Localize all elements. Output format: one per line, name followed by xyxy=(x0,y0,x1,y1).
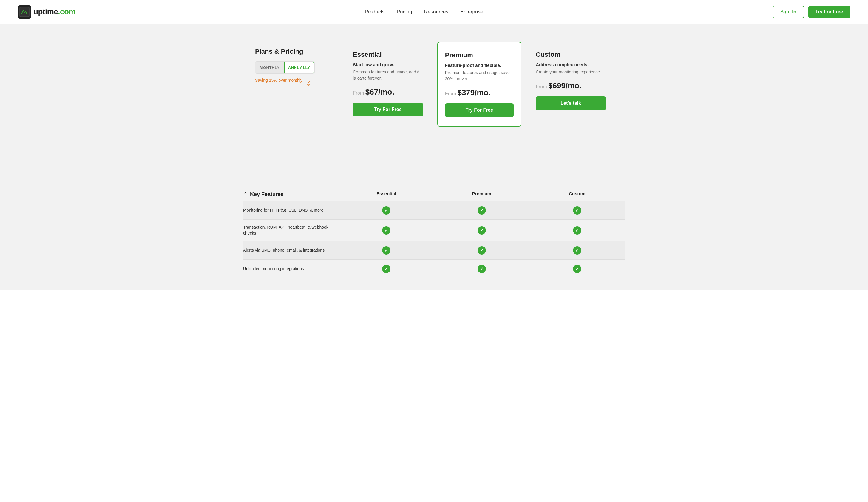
plan-tagline-essential: Start low and grow. xyxy=(353,62,423,67)
feature-premium-check: ✓ xyxy=(434,226,529,235)
nav-pricing[interactable]: Pricing xyxy=(397,9,412,15)
logo[interactable]: uptime.com xyxy=(18,6,75,19)
check-icon: ✓ xyxy=(573,246,581,255)
check-icon: ✓ xyxy=(573,265,581,273)
monthly-toggle[interactable]: MONTHLY xyxy=(255,62,284,73)
try-free-premium-button[interactable]: Try For Free xyxy=(445,103,514,117)
table-row: Transaction, RUM, API, heartbeat, & webh… xyxy=(243,220,625,241)
plan-price-essential: From $67/mo. xyxy=(353,88,423,97)
arrow-icon xyxy=(304,79,313,87)
features-section: ⌃ Key Features Essential Premium Custom … xyxy=(225,173,643,290)
billing-toggle: MONTHLY ANNUALLY xyxy=(255,61,315,74)
col-header-essential: Essential xyxy=(339,191,434,197)
feature-name: Monitoring for HTTP(S), SSL, DNS, & more xyxy=(243,207,339,213)
plan-price-premium: From $379/mo. xyxy=(445,88,514,97)
price-from-custom: From xyxy=(536,84,547,89)
saving-text: Saving 15% over monthly xyxy=(255,78,335,87)
feature-custom-check: ✓ xyxy=(529,264,625,273)
plans-panel: Plans & Pricing MONTHLY ANNUALLY Saving … xyxy=(255,42,339,93)
price-val2-premium: $379/mo. xyxy=(457,88,490,97)
features-header: ⌃ Key Features Essential Premium Custom xyxy=(243,185,625,201)
check-icon: ✓ xyxy=(477,226,486,235)
plan-price-custom: From $699/mo. xyxy=(536,81,606,90)
feature-name: Alerts via SMS, phone, email, & integrat… xyxy=(243,247,339,253)
plan-desc-essential: Common features and usage, add à la cart… xyxy=(353,69,423,81)
price-val2-custom: $699/mo. xyxy=(548,81,581,90)
try-free-essential-button[interactable]: Try For Free xyxy=(353,103,423,116)
check-icon: ✓ xyxy=(382,246,391,255)
plan-desc-custom: Create your monitoring experience. xyxy=(536,69,606,75)
nav-resources[interactable]: Resources xyxy=(424,9,448,15)
feature-custom-check: ✓ xyxy=(529,206,625,215)
plan-name-premium: Premium xyxy=(445,51,514,59)
chevron-up-icon: ⌃ xyxy=(243,191,248,197)
table-row: Alerts via SMS, phone, email, & integrat… xyxy=(243,241,625,260)
check-icon: ✓ xyxy=(382,265,391,273)
feature-essential-check: ✓ xyxy=(339,226,434,235)
col-header-custom: Custom xyxy=(529,191,625,197)
plan-card-premium: Premium Feature-proof and flexible. Prem… xyxy=(437,42,522,126)
nav-enterprise[interactable]: Enterprise xyxy=(460,9,483,15)
check-icon: ✓ xyxy=(573,206,581,215)
check-icon: ✓ xyxy=(382,226,391,235)
price-from-premium: From xyxy=(445,91,456,96)
feature-custom-check: ✓ xyxy=(529,226,625,235)
feature-name: Transaction, RUM, API, heartbeat, & webh… xyxy=(243,224,339,236)
table-row: Monitoring for HTTP(S), SSL, DNS, & more… xyxy=(243,201,625,220)
price-from-essential: From xyxy=(353,90,364,95)
logo-text: uptime.com xyxy=(33,7,75,17)
check-icon: ✓ xyxy=(382,206,391,215)
plans-title: Plans & Pricing xyxy=(255,48,335,55)
svg-point-2 xyxy=(26,13,28,14)
plan-card-custom: Custom Address complex needs. Create you… xyxy=(529,42,613,119)
feature-premium-check: ✓ xyxy=(434,206,529,215)
pricing-grid: Plans & Pricing MONTHLY ANNUALLY Saving … xyxy=(255,42,613,126)
plan-tagline-custom: Address complex needs. xyxy=(536,62,606,67)
header-actions: Sign In Try For Free xyxy=(773,6,850,18)
signin-button[interactable]: Sign In xyxy=(773,6,804,18)
plan-desc-premium: Premium features and usage, save 20% for… xyxy=(445,70,514,82)
col-header-premium: Premium xyxy=(434,191,529,197)
feature-essential-check: ✓ xyxy=(339,206,434,215)
feature-name: Unlimited monitoring integrations xyxy=(243,266,339,272)
check-icon: ✓ xyxy=(477,206,486,215)
feature-premium-check: ✓ xyxy=(434,246,529,255)
feature-rows: Monitoring for HTTP(S), SSL, DNS, & more… xyxy=(243,201,625,278)
feature-premium-check: ✓ xyxy=(434,264,529,273)
main-nav: Products Pricing Resources Enterprise xyxy=(365,9,484,15)
site-header: uptime.com Products Pricing Resources En… xyxy=(0,0,868,24)
plan-name-custom: Custom xyxy=(536,51,606,59)
feature-essential-check: ✓ xyxy=(339,264,434,273)
logo-icon xyxy=(18,6,31,19)
feature-custom-check: ✓ xyxy=(529,246,625,255)
lets-talk-button[interactable]: Let's talk xyxy=(536,96,606,110)
feature-essential-check: ✓ xyxy=(339,246,434,255)
annually-toggle[interactable]: ANNUALLY xyxy=(284,62,314,73)
check-icon: ✓ xyxy=(573,226,581,235)
table-row: Unlimited monitoring integrations ✓ ✓ ✓ xyxy=(243,260,625,278)
nav-products[interactable]: Products xyxy=(365,9,385,15)
plan-card-essential: Essential Start low and grow. Common fea… xyxy=(346,42,430,125)
pricing-section: Plans & Pricing MONTHLY ANNUALLY Saving … xyxy=(0,24,868,173)
check-icon: ✓ xyxy=(477,246,486,255)
check-icon: ✓ xyxy=(477,265,486,273)
price-value-essential: $67/mo. xyxy=(365,88,394,96)
features-title: ⌃ Key Features xyxy=(243,191,339,197)
plan-tagline-premium: Feature-proof and flexible. xyxy=(445,63,514,68)
try-free-header-button[interactable]: Try For Free xyxy=(808,6,850,18)
plan-name-essential: Essential xyxy=(353,51,423,59)
